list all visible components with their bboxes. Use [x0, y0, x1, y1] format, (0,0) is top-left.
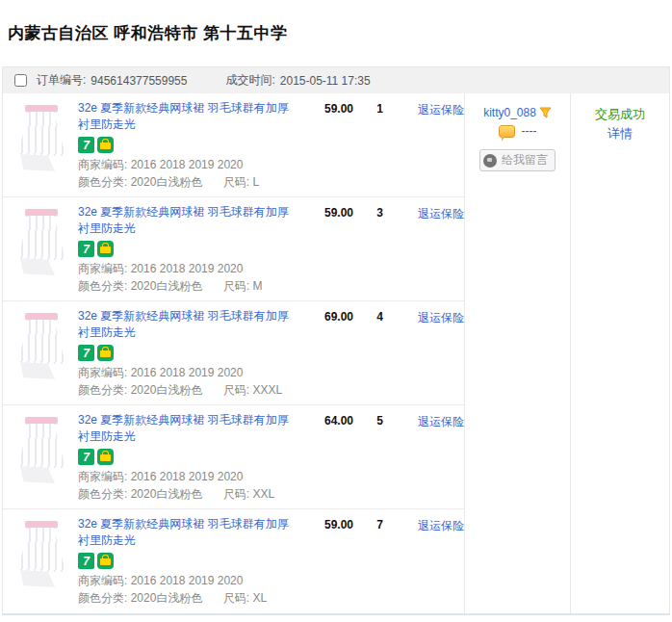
- deal-time-label: 成交时间:: [225, 72, 274, 89]
- size-value: XXXL: [252, 383, 282, 397]
- product-row: 32e 夏季新款经典网球裙 羽毛球群有加厚衬里防走光 7 商家编码: 2016 …: [3, 301, 464, 405]
- merchant-code-value: 2016 2018 2019 2020: [131, 574, 244, 587]
- merchant-code-label: 商家编码:: [78, 470, 127, 483]
- merchant-code-label: 商家编码:: [78, 366, 127, 379]
- merchant-code-line: 商家编码: 2016 2018 2019 2020: [78, 364, 297, 381]
- product-image[interactable]: [14, 308, 68, 385]
- item-quantity: 4: [353, 310, 406, 404]
- item-quantity: 5: [353, 414, 406, 508]
- color-value: 2020白浅粉色: [131, 175, 203, 189]
- product-title-link[interactable]: 32e 夏季新款经典网球裙 羽毛球群有加厚衬里防走光: [78, 308, 297, 341]
- product-badges: 7: [78, 449, 297, 465]
- sku-line: 颜色分类: 2020白浅粉色 尺码: L: [78, 173, 297, 191]
- skirt-thumbnail-body: [17, 424, 65, 468]
- skirt-thumbnail-body: [17, 112, 65, 156]
- consumer-protection-icon: [97, 137, 114, 153]
- product-image[interactable]: [14, 204, 68, 281]
- item-price: 69.00: [297, 310, 353, 404]
- seven-day-return-icon: 7: [78, 553, 94, 569]
- product-image[interactable]: [14, 516, 68, 593]
- order-body: 32e 夏季新款经典网球裙 羽毛球群有加厚衬里防走光 7 商家编码: 2016 …: [3, 93, 669, 613]
- product-title-link[interactable]: 32e 夏季新款经典网球裙 羽毛球群有加厚衬里防走光: [78, 412, 297, 445]
- merchant-code-line: 商家编码: 2016 2018 2019 2020: [78, 156, 297, 173]
- buyer-column: kitty0_088 ---- 给我留言: [464, 93, 570, 613]
- product-row: 32e 夏季新款经典网球裙 羽毛球群有加厚衬里防走光 7 商家编码: 2016 …: [3, 509, 464, 613]
- skirt-thumbnail-shadow: [20, 570, 55, 587]
- buyer-memo-text: ----: [522, 124, 537, 138]
- size-label: 尺码:: [223, 279, 249, 293]
- product-row: 32e 夏季新款经典网球裙 羽毛球群有加厚衬里防走光 7 商家编码: 2016 …: [3, 93, 464, 197]
- product-badges: 7: [78, 241, 297, 257]
- order-header-bar: 订单编号: 945614377559955 成交时间: 2015-05-11 1…: [3, 67, 669, 93]
- chat-bubble-icon[interactable]: [499, 125, 515, 138]
- size-label: 尺码:: [223, 175, 249, 189]
- seven-day-return-icon: 7: [78, 137, 94, 153]
- product-title-link[interactable]: 32e 夏季新款经典网球裙 羽毛球群有加厚衬里防走光: [78, 204, 297, 237]
- item-price: 59.00: [297, 102, 353, 196]
- color-value: 2020白浅粉色: [131, 279, 203, 293]
- color-label: 颜色分类:: [78, 591, 127, 605]
- merchant-code-line: 商家编码: 2016 2018 2019 2020: [78, 572, 297, 589]
- order-card: 订单编号: 945614377559955 成交时间: 2015-05-11 1…: [2, 66, 670, 615]
- size-label: 尺码:: [223, 591, 249, 605]
- item-quantity: 3: [353, 206, 406, 300]
- size-value: XL: [252, 591, 267, 605]
- product-title-link[interactable]: 32e 夏季新款经典网球裙 羽毛球群有加厚衬里防走光: [78, 516, 297, 549]
- merchant-code-value: 2016 2018 2019 2020: [131, 158, 244, 171]
- merchant-code-label: 商家编码:: [78, 574, 127, 587]
- order-detail-link[interactable]: 详情: [571, 125, 669, 143]
- consumer-protection-icon: [97, 345, 114, 361]
- merchant-code-value: 2016 2018 2019 2020: [131, 366, 244, 379]
- consumer-protection-icon: [97, 553, 114, 569]
- return-insurance-link[interactable]: 退运保险: [418, 310, 464, 404]
- order-no-label: 订单编号:: [37, 72, 86, 89]
- return-insurance-link[interactable]: 退运保险: [418, 518, 464, 613]
- skirt-thumbnail-body: [17, 528, 65, 572]
- merchant-code-label: 商家编码:: [78, 262, 127, 275]
- product-image[interactable]: [14, 412, 68, 489]
- merchant-code-value: 2016 2018 2019 2020: [131, 262, 244, 275]
- item-price: 59.00: [297, 206, 353, 300]
- buyer-username-link[interactable]: kitty0_088: [483, 106, 536, 119]
- product-image[interactable]: [14, 100, 68, 177]
- status-column: 交易成功 详情: [570, 93, 669, 613]
- product-list: 32e 夏季新款经典网球裙 羽毛球群有加厚衬里防走光 7 商家编码: 2016 …: [3, 93, 464, 613]
- seven-day-return-icon: 7: [78, 241, 94, 257]
- size-value: M: [252, 279, 262, 293]
- return-insurance-link[interactable]: 退运保险: [418, 206, 464, 300]
- merchant-code-value: 2016 2018 2019 2020: [131, 470, 244, 483]
- product-info: 32e 夏季新款经典网球裙 羽毛球群有加厚衬里防走光 7 商家编码: 2016 …: [78, 308, 297, 404]
- color-value: 2020白浅粉色: [131, 383, 203, 397]
- product-badges: 7: [78, 345, 297, 361]
- size-value: L: [252, 175, 259, 189]
- product-info: 32e 夏季新款经典网球裙 羽毛球群有加厚衬里防走光 7 商家编码: 2016 …: [78, 516, 297, 613]
- skirt-thumbnail-band: [25, 417, 58, 424]
- skirt-thumbnail-band: [25, 521, 58, 528]
- order-select-checkbox[interactable]: [14, 74, 27, 87]
- trade-status-text: 交易成功: [571, 105, 669, 124]
- leave-message-button[interactable]: 给我留言: [479, 149, 556, 171]
- consumer-protection-icon: [97, 241, 114, 257]
- return-insurance-link[interactable]: 退运保险: [418, 414, 464, 508]
- sku-line: 颜色分类: 2020白浅粉色 尺码: M: [78, 277, 297, 295]
- product-info: 32e 夏季新款经典网球裙 羽毛球群有加厚衬里防走光 7 商家编码: 2016 …: [78, 204, 297, 300]
- product-row: 32e 夏季新款经典网球裙 羽毛球群有加厚衬里防走光 7 商家编码: 2016 …: [3, 197, 464, 301]
- color-label: 颜色分类:: [78, 279, 127, 293]
- leave-message-label: 给我留言: [502, 152, 548, 168]
- return-insurance-link[interactable]: 退运保险: [418, 102, 464, 196]
- color-label: 颜色分类:: [78, 175, 127, 189]
- product-title-link[interactable]: 32e 夏季新款经典网球裙 羽毛球群有加厚衬里防走光: [78, 100, 297, 133]
- skirt-thumbnail-band: [25, 209, 58, 216]
- item-price: 59.00: [297, 518, 353, 613]
- product-info: 32e 夏季新款经典网球裙 羽毛球群有加厚衬里防走光 7 商家编码: 2016 …: [78, 412, 297, 508]
- deal-time-value: 2015-05-11 17:35: [280, 74, 371, 88]
- color-value: 2020白浅粉色: [131, 591, 203, 605]
- merchant-code-line: 商家编码: 2016 2018 2019 2020: [78, 260, 297, 277]
- skirt-thumbnail-shadow: [20, 362, 55, 379]
- product-info: 32e 夏季新款经典网球裙 羽毛球群有加厚衬里防走光 7 商家编码: 2016 …: [78, 100, 297, 196]
- size-label: 尺码:: [223, 487, 249, 501]
- seven-day-return-icon: 7: [78, 449, 94, 465]
- message-bubble-icon: [483, 154, 497, 168]
- sku-line: 颜色分类: 2020白浅粉色 尺码: XL: [78, 589, 297, 607]
- order-no-value: 945614377559955: [90, 74, 187, 88]
